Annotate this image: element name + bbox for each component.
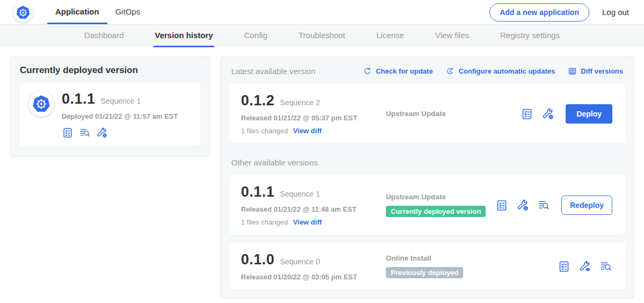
configure-automatic-updates-label: Configure automatic updates bbox=[458, 67, 555, 75]
subnav-version-history[interactable]: Version history bbox=[153, 25, 214, 47]
files-changed-label: 1 files changed bbox=[241, 127, 288, 135]
deploy-logs-icon[interactable] bbox=[599, 260, 612, 273]
version-number: 0.1.2 bbox=[241, 92, 275, 109]
version-row-0-1-2: 0.1.2 Sequence 2 Released 01/21/22 @ 05:… bbox=[229, 84, 625, 143]
configure-automatic-updates-link[interactable]: Configure automatic updates bbox=[445, 67, 555, 76]
view-diff-link[interactable]: View diff bbox=[293, 218, 321, 226]
deploy-logs-icon[interactable] bbox=[537, 199, 550, 212]
currently-deployed-badge: Currently deployed version bbox=[386, 206, 486, 217]
header-tabs: Application GitOps bbox=[47, 0, 148, 24]
preflight-checklist-icon[interactable] bbox=[62, 127, 74, 139]
latest-version-title: Latest available version bbox=[231, 67, 316, 76]
version-number: 0.1.1 bbox=[241, 184, 275, 200]
diff-versions-link[interactable]: Diff versions bbox=[568, 67, 623, 76]
preflight-checklist-icon[interactable] bbox=[521, 107, 533, 120]
version-source: Upstream Update bbox=[386, 193, 495, 201]
subnav-license[interactable]: License bbox=[375, 25, 405, 47]
kubernetes-logo-icon bbox=[13, 2, 33, 23]
diff-columns-icon bbox=[568, 67, 577, 76]
subnav-dashboard[interactable]: Dashboard bbox=[83, 25, 125, 47]
edit-config-icon[interactable] bbox=[96, 127, 108, 139]
diff-versions-label: Diff versions bbox=[581, 67, 623, 75]
tab-gitops[interactable]: GitOps bbox=[107, 0, 149, 24]
deploy-button[interactable]: Deploy bbox=[566, 104, 612, 124]
currently-deployed-panel: Currently deployed version 0.1.1 Sequenc… bbox=[10, 56, 210, 157]
version-row-0-1-1: 0.1.1 Sequence 1 Released 01/21/22 @ 11:… bbox=[229, 175, 625, 235]
version-source: Online Install bbox=[386, 254, 558, 262]
view-diff-link[interactable]: View diff bbox=[293, 127, 321, 135]
version-number: 0.1.0 bbox=[241, 251, 275, 268]
refresh-icon bbox=[363, 67, 372, 76]
deployed-version-card: 0.1.1 Sequence 1 Deployed 01/21/22 @ 11:… bbox=[20, 83, 200, 147]
app-header: Application GitOps Add a new application… bbox=[0, 0, 644, 25]
app-subnav: Dashboard Version history Config Trouble… bbox=[0, 25, 644, 47]
version-source: Upstream Update bbox=[386, 110, 521, 118]
preflight-checklist-icon[interactable] bbox=[558, 260, 570, 273]
view-config-icon[interactable] bbox=[579, 260, 591, 273]
check-for-update-label: Check for update bbox=[376, 67, 433, 75]
subnav-registry-settings[interactable]: Registry settings bbox=[499, 25, 561, 47]
logout-button[interactable]: Log out bbox=[602, 8, 629, 17]
add-new-application-button[interactable]: Add a new application bbox=[489, 3, 589, 21]
subnav-troubleshoot[interactable]: Troubleshoot bbox=[297, 25, 346, 47]
tab-application[interactable]: Application bbox=[47, 0, 107, 24]
deploy-logs-icon[interactable] bbox=[79, 127, 91, 139]
version-history-panel: Latest available version Check for updat… bbox=[220, 56, 634, 299]
released-timestamp: Released 01/21/22 @ 05:37 pm EST bbox=[241, 114, 376, 122]
redeploy-button[interactable]: Redeploy bbox=[561, 196, 612, 215]
edit-config-icon[interactable] bbox=[516, 199, 529, 212]
deployed-version-number: 0.1.1 bbox=[62, 91, 96, 107]
check-for-update-link[interactable]: Check for update bbox=[363, 67, 433, 76]
app-kubernetes-icon bbox=[28, 91, 54, 117]
released-timestamp: Released 01/20/22 @ 03:05 pm EST bbox=[241, 273, 376, 281]
files-changed-label: 1 files changed bbox=[241, 218, 288, 226]
preflight-checklist-icon[interactable] bbox=[495, 199, 508, 212]
deployed-timestamp: Deployed 01/21/22 @ 11:57 am EST bbox=[62, 112, 178, 120]
version-row-0-1-0: 0.1.0 Sequence 0 Released 01/20/22 @ 03:… bbox=[229, 243, 625, 290]
version-sequence: Sequence 0 bbox=[280, 257, 320, 266]
released-timestamp: Released 01/21/22 @ 11:48 am EST bbox=[241, 205, 376, 213]
subnav-config[interactable]: Config bbox=[243, 25, 268, 47]
other-versions-title: Other available versions bbox=[229, 158, 625, 167]
version-sequence: Sequence 1 bbox=[280, 190, 320, 198]
subnav-view-files[interactable]: View files bbox=[434, 25, 470, 47]
edit-config-icon[interactable] bbox=[541, 107, 554, 120]
deployed-sequence: Sequence 1 bbox=[101, 97, 141, 105]
version-sequence: Sequence 2 bbox=[280, 98, 320, 107]
currently-deployed-title: Currently deployed version bbox=[20, 65, 200, 76]
previously-deployed-badge: Previously deployed bbox=[386, 267, 463, 278]
clock-refresh-icon bbox=[445, 67, 455, 76]
